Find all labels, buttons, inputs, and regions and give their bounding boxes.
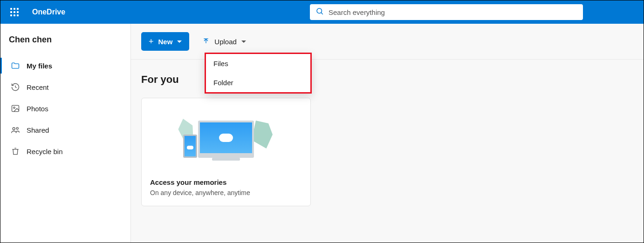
svg-point-0 [317,8,322,14]
brand-title: OneDrive [32,8,65,16]
upload-icon [202,37,210,46]
new-button-label: New [158,38,173,46]
folder-icon [11,61,20,70]
content: Chen chen My files Recent Photos [0,24,644,243]
waffle-icon [10,8,19,16]
plus-icon: + [149,37,154,46]
shared-icon [11,125,20,135]
svg-line-1 [321,13,323,14]
upload-menu-files[interactable]: Files [206,54,310,73]
cloud-icon [187,146,193,149]
sidebar-item-recent[interactable]: Recent [0,76,130,98]
sidebar-item-recycle-bin[interactable]: Recycle bin [0,141,130,162]
sidebar: Chen chen My files Recent Photos [0,24,131,243]
upload-dropdown: Files Folder [205,53,312,94]
svg-point-3 [14,107,15,108]
search-input[interactable] [329,8,577,16]
card-subtitle: On any device, anywhere, anytime [150,189,302,196]
trash-icon [11,147,20,156]
main: + New Upload Files Folder For you [131,24,644,243]
cloud-icon [219,134,233,142]
upload-menu-folder[interactable]: Folder [206,73,310,92]
search-wrap [310,4,583,20]
chevron-down-icon [177,40,182,43]
sidebar-item-label: Photos [27,105,48,113]
new-button[interactable]: + New [141,32,189,51]
sidebar-item-label: Recent [27,83,49,91]
memories-illustration [150,107,302,172]
toolbar: + New Upload Files Folder [131,24,644,60]
memories-card[interactable]: Access your memories On any device, anyw… [141,98,311,206]
card-title: Access your memories [150,178,302,186]
photos-icon [11,104,20,113]
chevron-down-icon [241,40,246,43]
user-name: Chen chen [0,32,130,55]
search-box[interactable] [310,4,583,20]
svg-rect-2 [12,105,19,111]
nav: My files Recent Photos Shared [0,55,130,162]
sidebar-item-label: Recycle bin [27,148,63,155]
sidebar-item-label: Shared [27,126,49,134]
recent-icon [11,82,20,92]
svg-point-5 [16,128,18,129]
app-launcher-button[interactable] [5,3,24,21]
sidebar-item-my-files[interactable]: My files [0,55,130,76]
upload-button-label: Upload [214,38,237,46]
topbar: OneDrive [0,0,644,24]
sidebar-item-label: My files [27,62,52,70]
search-icon [315,7,324,17]
sidebar-item-shared[interactable]: Shared [0,119,130,141]
svg-point-4 [13,128,15,130]
upload-button[interactable]: Upload [198,32,251,51]
sidebar-item-photos[interactable]: Photos [0,98,130,119]
